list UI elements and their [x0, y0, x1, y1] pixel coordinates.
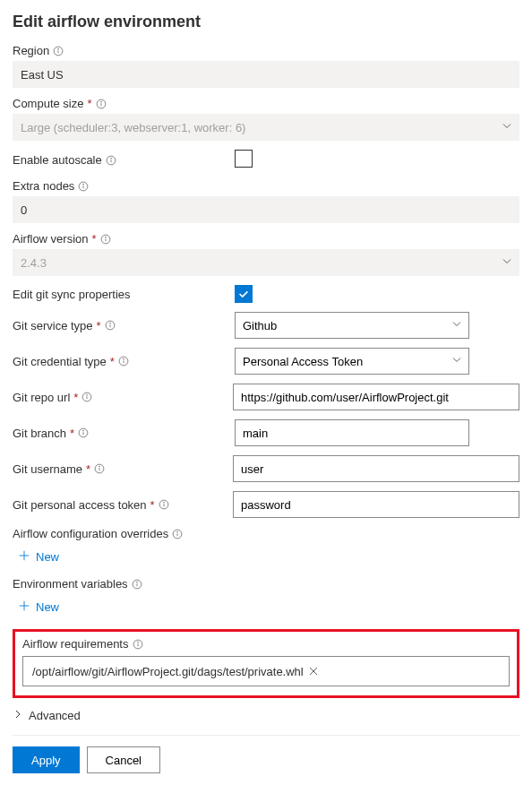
- field-git-token: Git personal access token *: [13, 491, 519, 518]
- compute-select: [13, 114, 519, 141]
- field-git-sync: Edit git sync properties: [13, 285, 519, 303]
- compute-label: Compute size: [13, 97, 83, 110]
- field-git-url: Git repo url *: [13, 384, 519, 410]
- git-sync-checkbox[interactable]: [235, 285, 253, 303]
- svg-point-10: [83, 184, 84, 185]
- svg-point-13: [105, 237, 106, 237]
- required-mark: *: [73, 391, 78, 404]
- info-icon[interactable]: [78, 427, 89, 438]
- required-mark: *: [110, 355, 115, 368]
- requirements-highlight: Airflow requirements /opt/airflow/git/Ai…: [13, 629, 519, 698]
- requirements-label-row: Airflow requirements: [22, 637, 510, 651]
- info-icon[interactable]: [94, 463, 105, 474]
- git-branch-input[interactable]: [235, 419, 469, 446]
- required-mark: *: [86, 462, 90, 476]
- svg-point-31: [163, 502, 164, 503]
- field-airflow-version: Airflow version *: [13, 232, 519, 276]
- add-envvar-button[interactable]: New: [13, 596, 64, 618]
- advanced-label: Advanced: [29, 709, 81, 722]
- requirements-input[interactable]: /opt/airflow/git/AirflowProject.git/dags…: [22, 656, 510, 686]
- git-token-label: Git personal access token: [13, 498, 147, 512]
- field-compute-size: Compute size *: [13, 97, 519, 141]
- required-mark: *: [92, 232, 97, 246]
- info-icon[interactable]: [132, 579, 142, 590]
- plus-icon: [18, 600, 30, 615]
- extra-nodes-label: Extra nodes: [13, 179, 74, 193]
- field-extra-nodes: Extra nodes: [13, 179, 519, 223]
- field-git-branch: Git branch *: [13, 419, 519, 446]
- svg-point-25: [83, 430, 84, 431]
- new-label: New: [36, 550, 59, 564]
- envvars-label-row: Environment variables: [13, 577, 519, 591]
- envvars-label: Environment variables: [13, 577, 128, 591]
- git-branch-label: Git branch: [13, 427, 66, 440]
- field-git-username: Git username *: [13, 455, 519, 482]
- apply-button[interactable]: Apply: [13, 746, 80, 773]
- field-autoscale: Enable autoscale: [13, 150, 519, 170]
- region-input: [13, 61, 519, 88]
- git-username-input[interactable]: [233, 455, 519, 482]
- git-username-label: Git username: [13, 462, 82, 476]
- field-git-service: Git service type *: [13, 312, 519, 339]
- requirement-tag-text: /opt/airflow/git/AirflowProject.git/dags…: [32, 665, 304, 678]
- info-icon[interactable]: [133, 639, 143, 650]
- info-icon[interactable]: [105, 320, 116, 331]
- git-sync-label: Edit git sync properties: [13, 288, 131, 301]
- field-git-credential: Git credential type *: [13, 348, 519, 375]
- git-url-input[interactable]: [233, 384, 519, 410]
- svg-point-44: [137, 642, 138, 643]
- overrides-label: Airflow configuration overrides: [13, 527, 168, 540]
- add-override-button[interactable]: New: [13, 546, 64, 568]
- info-icon[interactable]: [118, 356, 129, 367]
- required-mark: *: [150, 498, 155, 512]
- git-url-label: Git repo url: [13, 391, 70, 404]
- cancel-button[interactable]: Cancel: [87, 746, 160, 773]
- svg-point-19: [123, 358, 124, 359]
- git-service-label: Git service type: [13, 319, 93, 332]
- plus-icon: [18, 549, 30, 565]
- svg-point-34: [177, 531, 178, 532]
- info-icon[interactable]: [82, 392, 92, 402]
- new-label: New: [36, 600, 59, 614]
- svg-point-1: [58, 48, 59, 49]
- svg-point-22: [87, 394, 88, 395]
- advanced-expander[interactable]: Advanced: [13, 709, 519, 722]
- info-icon[interactable]: [96, 99, 107, 109]
- chevron-right-icon: [13, 709, 23, 722]
- overrides-label-row: Airflow configuration overrides: [13, 527, 519, 540]
- info-icon[interactable]: [78, 181, 89, 192]
- info-icon[interactable]: [53, 46, 64, 56]
- remove-tag-button[interactable]: [309, 665, 318, 678]
- autoscale-checkbox[interactable]: [235, 150, 253, 168]
- git-credential-select[interactable]: [235, 348, 469, 375]
- region-label: Region: [13, 44, 49, 57]
- svg-point-16: [109, 323, 110, 323]
- page-title: Edit airflow environment: [13, 13, 519, 31]
- svg-point-28: [99, 466, 100, 467]
- git-token-input[interactable]: [233, 491, 519, 518]
- required-mark: *: [70, 427, 74, 440]
- info-icon[interactable]: [100, 234, 111, 245]
- git-credential-label: Git credential type: [13, 355, 107, 368]
- git-service-select[interactable]: [235, 312, 469, 339]
- airflow-version-select: [13, 249, 519, 276]
- info-icon[interactable]: [159, 499, 169, 510]
- info-icon[interactable]: [172, 529, 183, 539]
- requirements-label: Airflow requirements: [22, 637, 129, 651]
- required-mark: *: [97, 319, 101, 332]
- requirement-tag: /opt/airflow/git/AirflowProject.git/dags…: [27, 663, 323, 680]
- svg-point-7: [110, 158, 111, 159]
- footer: Apply Cancel: [13, 735, 519, 773]
- svg-point-39: [136, 582, 137, 582]
- autoscale-label: Enable autoscale: [13, 153, 102, 167]
- required-mark: *: [87, 97, 91, 110]
- field-region: Region: [13, 44, 519, 88]
- extra-nodes-input: [13, 196, 519, 223]
- airflow-version-label: Airflow version: [13, 232, 89, 246]
- svg-point-4: [100, 101, 101, 102]
- info-icon[interactable]: [106, 155, 116, 166]
